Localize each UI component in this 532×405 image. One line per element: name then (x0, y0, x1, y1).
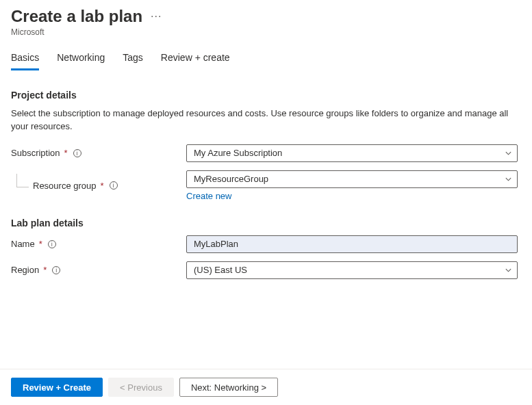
resource-group-select[interactable]: MyResourceGroup (186, 170, 518, 188)
required-indicator: * (43, 265, 47, 275)
previous-button: < Previous (108, 378, 174, 397)
tab-networking[interactable]: Networking (57, 52, 105, 70)
name-label: Name (11, 239, 35, 249)
tab-basics[interactable]: Basics (11, 52, 39, 70)
lab-plan-details-heading: Lab plan details (11, 218, 521, 228)
project-details-heading: Project details (11, 90, 521, 101)
page-title: Create a lab plan (11, 7, 142, 26)
tab-review[interactable]: Review + create (161, 52, 230, 70)
indent-connector (16, 174, 29, 187)
required-indicator: * (64, 148, 68, 158)
name-row: Name * i (11, 235, 521, 253)
page-subtitle: Microsoft (11, 27, 521, 37)
subscription-label: Subscription (11, 148, 60, 158)
subscription-row: Subscription * i My Azure Subscription (11, 144, 521, 162)
resource-group-row: Resource group * i MyResourceGroup Creat… (11, 170, 521, 201)
review-create-button[interactable]: Review + Create (11, 378, 103, 397)
info-icon[interactable]: i (110, 181, 118, 190)
region-row: Region * i (US) East US (11, 261, 521, 279)
name-input[interactable] (186, 235, 518, 253)
region-label: Region (11, 265, 39, 275)
resource-group-label: Resource group (33, 181, 97, 191)
info-icon[interactable]: i (52, 266, 60, 274)
info-icon[interactable]: i (48, 240, 56, 248)
page-header: Create a lab plan ··· Microsoft (11, 7, 521, 37)
create-new-link[interactable]: Create new (186, 191, 231, 201)
next-button[interactable]: Next: Networking > (179, 378, 278, 397)
info-icon[interactable]: i (73, 149, 81, 157)
required-indicator: * (39, 239, 42, 249)
tab-tags[interactable]: Tags (123, 52, 143, 70)
tab-bar: Basics Networking Tags Review + create (11, 52, 521, 70)
project-details-description: Select the subscription to manage deploy… (11, 107, 518, 133)
more-icon[interactable]: ··· (151, 10, 162, 23)
wizard-footer: Review + Create < Previous Next: Network… (0, 369, 532, 405)
subscription-select[interactable]: My Azure Subscription (186, 144, 518, 162)
required-indicator: * (101, 181, 104, 191)
region-select[interactable]: (US) East US (186, 261, 518, 279)
